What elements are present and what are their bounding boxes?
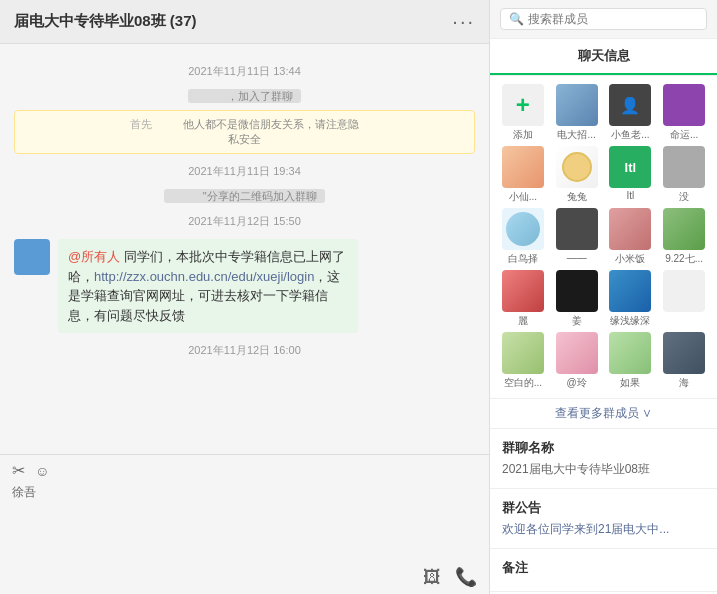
member-avatar-5 <box>556 146 598 188</box>
member-922[interactable]: 9.22七... <box>659 208 709 266</box>
member-name-3: 命运... <box>663 128 705 142</box>
member-avatar-922 <box>663 208 705 250</box>
member-3[interactable]: 命运... <box>659 84 709 142</box>
members-grid: + 添加 电大招... 👤 小鱼老... 命运... 小仙... <box>490 76 717 399</box>
scissors-icon[interactable]: ✂ <box>12 461 25 480</box>
member-avatar-nide <box>663 146 705 188</box>
timestamp-4: 2021年11月12日 16:00 <box>14 343 475 358</box>
member-nide[interactable]: 没 <box>659 146 709 204</box>
member-hai[interactable]: 海 <box>659 332 709 390</box>
warning-msg: 首先 他人都不是微信朋友关系，请注意隐私安全 <box>14 110 475 154</box>
avatar-sender <box>14 239 50 275</box>
member-avatar-xiaomifan <box>609 208 651 250</box>
chat-messages: 2021年11月11日 13:44 ，加入了群聊 首先 他人都不是微信朋友关系，… <box>0 44 489 454</box>
member-avatar-xiaoyu: 👤 <box>609 84 651 126</box>
member-name-ling: @玲 <box>556 376 598 390</box>
add-member-avatar: + <box>502 84 544 126</box>
right-panel: 🔍 聊天信息 + 添加 电大招... 👤 小鱼老... <box>490 0 717 594</box>
search-bar: 🔍 <box>490 0 717 39</box>
member-avatar-3 <box>663 84 705 126</box>
member-avatar-empty <box>663 270 705 312</box>
member-name-5: 兔兔 <box>556 190 598 204</box>
chat-info-tab: 聊天信息 <box>490 39 717 76</box>
member-avatar-dianda <box>556 84 598 126</box>
footer-sender-label: 徐吾 <box>12 484 477 501</box>
member-avatar-kongbai <box>502 332 544 374</box>
member-dash[interactable]: —— <box>552 208 602 266</box>
group-name-value: 2021届电大中专待毕业08班 <box>502 461 705 478</box>
group-remark-label: 备注 <box>502 559 705 577</box>
phone-icon[interactable]: 📞 <box>455 566 477 588</box>
member-name-xiaomifan: 小米饭 <box>609 252 651 266</box>
member-avatar-ling <box>556 332 598 374</box>
timestamp-2: 2021年11月11日 19:34 <box>14 164 475 179</box>
toolbar-row: ✂ ☺ <box>12 461 477 480</box>
member-avatar-hai <box>663 332 705 374</box>
member-dianda[interactable]: 电大招... <box>552 84 602 142</box>
timestamp-3: 2021年11月12日 15:50 <box>14 214 475 229</box>
group-remark-section: 备注 <box>490 549 717 592</box>
timestamp-1: 2021年11月11日 13:44 <box>14 64 475 79</box>
message-input[interactable] <box>12 503 477 563</box>
member-yuan[interactable]: 缘浅缘深 <box>606 270 656 328</box>
image-icon[interactable]: 🖼 <box>423 567 441 588</box>
member-avatar-4 <box>502 146 544 188</box>
member-baibird[interactable]: 白鸟择 <box>498 208 548 266</box>
chat-header: 届电大中专待毕业08班 (37) ··· <box>0 0 489 44</box>
emoji-icon[interactable]: ☺ <box>35 463 49 479</box>
see-more-button[interactable]: 查看更多群成员 ∨ <box>490 399 717 429</box>
member-ling[interactable]: @玲 <box>552 332 602 390</box>
member-name-kongbai: 空白的... <box>502 376 544 390</box>
system-msg-2: "分享的二维码加入群聊 <box>14 189 475 204</box>
member-avatar-ruguo <box>609 332 651 374</box>
group-notice-label: 群公告 <box>502 499 705 517</box>
member-name-baibird: 白鸟择 <box>502 252 544 266</box>
member-name-dash: —— <box>556 252 598 263</box>
member-avatar-baibird <box>502 208 544 250</box>
footer-icons: 🖼 📞 <box>12 566 477 588</box>
member-li[interactable]: 麗 <box>498 270 548 328</box>
member-avatar-jiang <box>556 270 598 312</box>
member-avatar-itl: Itl <box>609 146 651 188</box>
member-name-jiang: 姜 <box>556 314 598 328</box>
search-input[interactable] <box>528 12 698 26</box>
tab-chat-info[interactable]: 聊天信息 <box>490 39 717 75</box>
add-member-name: 添加 <box>502 128 544 142</box>
message-bubble: @所有人 同学们，本批次中专学籍信息已上网了哈，http://zzx.ouchn… <box>58 239 358 333</box>
more-button[interactable]: ··· <box>452 10 475 33</box>
member-name-ruguo: 如果 <box>609 376 651 390</box>
system-msg-1: ，加入了群聊 <box>14 89 475 104</box>
bubble-wrap: @所有人 同学们，本批次中专学籍信息已上网了哈，http://zzx.ouchn… <box>58 239 358 333</box>
member-name-itl: Itl <box>609 190 651 201</box>
group-notice-value[interactable]: 欢迎各位同学来到21届电大中... <box>502 521 705 538</box>
member-avatar-li <box>502 270 544 312</box>
member-xiaoyu[interactable]: 👤 小鱼老... <box>606 84 656 142</box>
member-name-922: 9.22七... <box>663 252 705 266</box>
member-name-dianda: 电大招... <box>556 128 598 142</box>
member-name-nide: 没 <box>663 190 705 204</box>
member-name-hai: 海 <box>663 376 705 390</box>
member-kongbai[interactable]: 空白的... <box>498 332 548 390</box>
member-add[interactable]: + 添加 <box>498 84 548 142</box>
search-wrap: 🔍 <box>500 8 707 30</box>
chat-panel: 届电大中专待毕业08班 (37) ··· 2021年11月11日 13:44 ，… <box>0 0 490 594</box>
member-itl[interactable]: Itl Itl <box>606 146 656 204</box>
member-name-4: 小仙... <box>502 190 544 204</box>
chat-footer: ✂ ☺ 徐吾 🖼 📞 <box>0 454 489 594</box>
group-notice-section: 群公告 欢迎各位同学来到21届电大中... <box>490 489 717 549</box>
member-xiaomifan[interactable]: 小米饭 <box>606 208 656 266</box>
group-name-section: 群聊名称 2021届电大中专待毕业08班 <box>490 429 717 489</box>
member-ruguo[interactable]: 如果 <box>606 332 656 390</box>
member-5[interactable]: 兔兔 <box>552 146 602 204</box>
member-avatar-yuan <box>609 270 651 312</box>
chat-title: 届电大中专待毕业08班 (37) <box>14 12 197 31</box>
search-icon: 🔍 <box>509 12 524 26</box>
member-avatar-dash <box>556 208 598 250</box>
group-name-label: 群聊名称 <box>502 439 705 457</box>
member-jiang[interactable]: 姜 <box>552 270 602 328</box>
member-name-xiaoyu: 小鱼老... <box>609 128 651 142</box>
member-name-yuan: 缘浅缘深 <box>609 314 651 328</box>
member-4[interactable]: 小仙... <box>498 146 548 204</box>
msg-row-at: @所有人 同学们，本批次中专学籍信息已上网了哈，http://zzx.ouchn… <box>14 239 475 333</box>
member-name-li: 麗 <box>502 314 544 328</box>
